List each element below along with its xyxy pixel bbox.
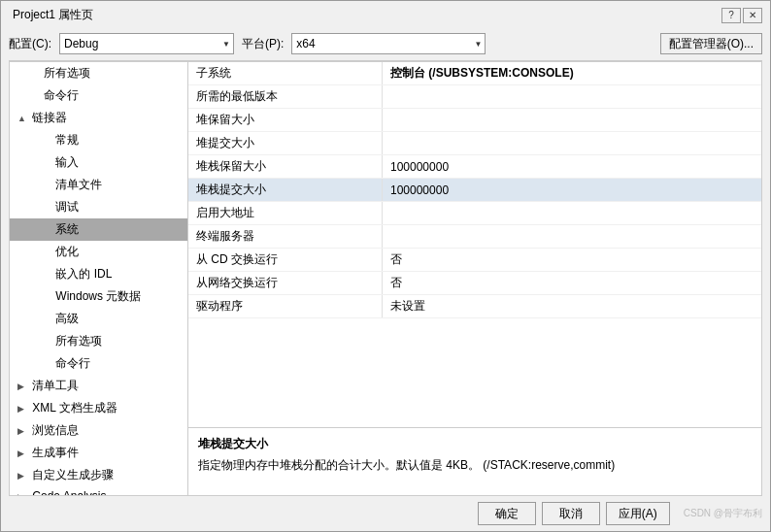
prop-name: 所需的最低版本 [188, 85, 383, 108]
sidebar-item-label: 高级 [55, 312, 79, 325]
bottom-bar: 确定 取消 应用(A) CSDN @骨宇布利 [1, 496, 770, 531]
prop-value: 100000000 [383, 155, 761, 178]
description-text: 指定物理内存中堆栈分配的合计大小。默认值是 4KB。 (/STACK:reser… [198, 456, 752, 474]
prop-value [383, 202, 761, 224]
prop-name: 堆栈保留大小 [188, 155, 383, 178]
sidebar-item-label: 系统 [55, 222, 79, 236]
platform-select[interactable]: x64 x86 All Platforms [291, 33, 486, 54]
main-content: 所有选项 命令行 ▲ 链接器 常规 输入 清单文件 [9, 60, 762, 496]
sidebar-item-label: 所有选项 [44, 66, 90, 80]
prop-name: 从网络交换运行 [188, 272, 383, 294]
table-row: 堆栈保留大小 100000000 [188, 155, 761, 179]
sidebar-item-windows-metadata[interactable]: Windows 元数据 [10, 285, 187, 308]
sidebar-item-advanced[interactable]: 高级 [10, 308, 187, 330]
properties-table: 子系统 控制台 (/SUBSYSTEM:CONSOLE) 所需的最低版本 堆保留… [188, 62, 761, 427]
close-button[interactable]: ✕ [743, 8, 762, 23]
prop-name: 堆保留大小 [188, 109, 383, 131]
prop-value [383, 132, 761, 154]
sidebar-item-label: 所有选项 [55, 334, 102, 348]
table-row: 从网络交换运行 否 [188, 272, 761, 295]
sidebar-item-manifest-tool[interactable]: ▶ 清单工具 [10, 375, 187, 397]
sidebar-item-label: 命令行 [44, 88, 79, 102]
config-manager-button[interactable]: 配置管理器(O)... [660, 33, 762, 54]
sidebar-item-general[interactable]: 常规 [10, 129, 187, 151]
sidebar-item-linker[interactable]: ▲ 链接器 [10, 107, 187, 129]
expand-collapse-icon: ▶ [17, 471, 29, 481]
sidebar-item-label: Windows 元数据 [55, 289, 141, 303]
sidebar-item-label: 命令行 [55, 356, 90, 370]
help-button[interactable]: ? [721, 8, 741, 23]
sidebar-item-xml-gen[interactable]: ▶ XML 文档生成器 [10, 397, 187, 419]
config-label: 配置(C): [9, 36, 51, 52]
content-area: 子系统 控制台 (/SUBSYSTEM:CONSOLE) 所需的最低版本 堆保留… [188, 61, 762, 496]
platform-label: 平台(P): [242, 36, 284, 52]
sidebar: 所有选项 命令行 ▲ 链接器 常规 输入 清单文件 [9, 61, 188, 496]
expand-collapse-icon: ▲ [17, 114, 29, 123]
sidebar-item-browse-info[interactable]: ▶ 浏览信息 [10, 419, 187, 442]
prop-value: 否 [383, 249, 761, 271]
table-row: 堆提交大小 [188, 132, 761, 155]
sidebar-item-label: 自定义生成步骤 [32, 468, 114, 482]
sidebar-item-label: 浏览信息 [32, 423, 79, 437]
prop-name: 子系统 [188, 62, 383, 84]
prop-value: 未设置 [383, 295, 761, 317]
sidebar-item-code-analysis[interactable]: ▶ Code Analysis [10, 486, 187, 496]
prop-value: 否 [383, 272, 761, 294]
toolbar: 配置(C): Debug Release All Configurations … [1, 27, 770, 60]
sidebar-item-all-options-2[interactable]: 所有选项 [10, 330, 187, 352]
title-buttons: ? ✕ [721, 8, 762, 23]
table-row: 所需的最低版本 [188, 85, 761, 109]
sidebar-item-label: XML 文档生成器 [32, 401, 117, 415]
sidebar-item-label: 调试 [55, 200, 79, 214]
config-select-wrapper[interactable]: Debug Release All Configurations [59, 33, 234, 54]
sidebar-item-optimize[interactable]: 优化 [10, 241, 187, 263]
watermark: CSDN @骨宇布利 [684, 507, 762, 520]
table-row: 驱动程序 未设置 [188, 295, 761, 318]
prop-name: 堆提交大小 [188, 132, 383, 154]
expand-collapse-icon: ▶ [17, 426, 29, 436]
sidebar-item-input[interactable]: 输入 [10, 151, 187, 174]
description-title: 堆栈提交大小 [198, 436, 752, 452]
sidebar-item-label: 生成事件 [32, 446, 79, 459]
table-row: 堆保留大小 [188, 109, 761, 132]
ok-button[interactable]: 确定 [478, 502, 536, 525]
prop-value: 控制台 (/SUBSYSTEM:CONSOLE) [383, 62, 761, 84]
table-row: 启用大地址 [188, 202, 761, 225]
project-properties-dialog: Project1 属性页 ? ✕ 配置(C): Debug Release Al… [0, 0, 771, 532]
table-row: 终端服务器 [188, 225, 761, 249]
sidebar-item-command-line-1[interactable]: 命令行 [10, 84, 187, 107]
cancel-button[interactable]: 取消 [542, 502, 600, 525]
sidebar-item-debug[interactable]: 调试 [10, 196, 187, 218]
prop-value [383, 85, 761, 108]
dialog-title: Project1 属性页 [13, 7, 93, 23]
sidebar-item-command-line-2[interactable]: 命令行 [10, 352, 187, 375]
sidebar-item-system[interactable]: 系统 [10, 218, 187, 241]
sidebar-item-label: 常规 [55, 133, 79, 147]
title-bar: Project1 属性页 ? ✕ [1, 1, 770, 27]
prop-value [383, 109, 761, 131]
prop-name: 堆栈提交大小 [188, 179, 383, 201]
sidebar-item-label: Code Analysis [32, 489, 106, 496]
expand-collapse-icon: ▶ [17, 382, 29, 391]
table-row: 从 CD 交换运行 否 [188, 249, 761, 272]
prop-name: 从 CD 交换运行 [188, 249, 383, 271]
description-area: 堆栈提交大小 指定物理内存中堆栈分配的合计大小。默认值是 4KB。 (/STAC… [188, 427, 761, 495]
prop-name: 驱动程序 [188, 295, 383, 317]
expand-collapse-icon: ▶ [17, 449, 29, 458]
prop-name: 启用大地址 [188, 202, 383, 224]
prop-name: 终端服务器 [188, 225, 383, 248]
sidebar-item-label: 清单文件 [55, 178, 102, 191]
sidebar-item-build-events[interactable]: ▶ 生成事件 [10, 442, 187, 464]
sidebar-item-manifest[interactable]: 清单文件 [10, 174, 187, 196]
sidebar-item-all-options-1[interactable]: 所有选项 [10, 62, 187, 84]
prop-value [383, 225, 761, 248]
sidebar-item-label: 清单工具 [32, 379, 79, 392]
expand-collapse-icon: ▶ [17, 404, 29, 414]
apply-button[interactable]: 应用(A) [606, 502, 670, 525]
sidebar-item-custom-build[interactable]: ▶ 自定义生成步骤 [10, 464, 187, 486]
prop-value: 100000000 [383, 179, 761, 201]
platform-select-wrapper[interactable]: x64 x86 All Platforms [291, 33, 486, 54]
sidebar-item-embedded-idl[interactable]: 嵌入的 IDL [10, 263, 187, 285]
sidebar-item-label: 优化 [55, 245, 79, 258]
config-select[interactable]: Debug Release All Configurations [59, 33, 234, 54]
